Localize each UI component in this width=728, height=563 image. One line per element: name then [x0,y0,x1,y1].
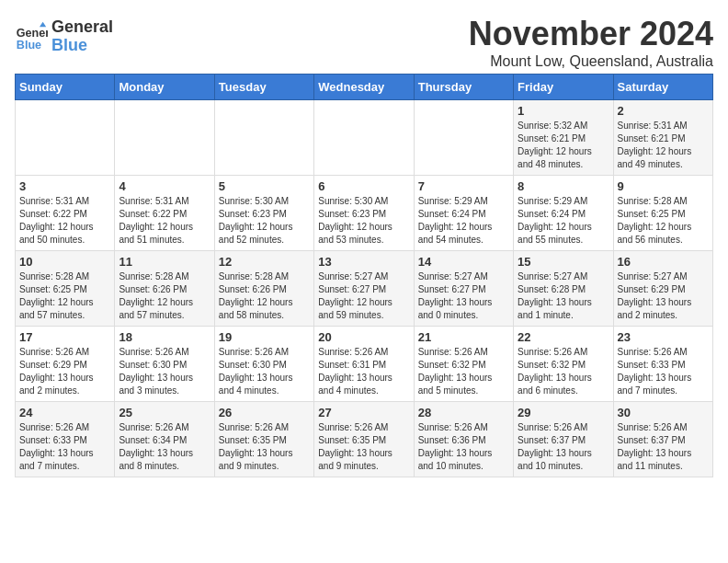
cell-content: Sunrise: 5:31 AMSunset: 6:21 PMDaylight:… [618,120,709,171]
calendar-cell: 28Sunrise: 5:26 AMSunset: 6:36 PMDayligh… [414,402,513,477]
cell-content: Sunrise: 5:26 AMSunset: 6:31 PMDaylight:… [318,346,409,397]
calendar-cell: 26Sunrise: 5:26 AMSunset: 6:35 PMDayligh… [214,402,313,477]
calendar-cell: 25Sunrise: 5:26 AMSunset: 6:34 PMDayligh… [115,402,214,477]
day-number: 6 [318,179,409,193]
calendar-cell: 18Sunrise: 5:26 AMSunset: 6:30 PMDayligh… [115,327,214,402]
day-header-saturday: Saturday [613,75,712,100]
cell-content: Sunrise: 5:26 AMSunset: 6:30 PMDaylight:… [119,346,210,397]
calendar-cell: 8Sunrise: 5:29 AMSunset: 6:24 PMDaylight… [514,176,613,251]
calendar-cell: 7Sunrise: 5:29 AMSunset: 6:24 PMDaylight… [414,176,513,251]
calendar-cell: 11Sunrise: 5:28 AMSunset: 6:26 PMDayligh… [115,251,214,327]
logo-general-text: General [51,18,113,37]
cell-content: Sunrise: 5:27 AMSunset: 6:29 PMDaylight:… [618,270,709,322]
cell-content: Sunrise: 5:26 AMSunset: 6:30 PMDaylight:… [219,346,310,397]
calendar-cell: 30Sunrise: 5:26 AMSunset: 6:37 PMDayligh… [613,402,712,477]
day-number: 3 [19,179,110,193]
calendar-cell [414,100,513,176]
cell-content: Sunrise: 5:28 AMSunset: 6:26 PMDaylight:… [219,270,310,322]
day-number: 27 [318,406,409,419]
svg-text:Blue: Blue [17,38,41,51]
calendar-cell [16,100,115,176]
cell-content: Sunrise: 5:26 AMSunset: 6:34 PMDaylight:… [119,421,210,473]
calendar-cell: 17Sunrise: 5:26 AMSunset: 6:29 PMDayligh… [16,327,115,402]
day-number: 29 [518,406,609,419]
calendar-week-row: 3Sunrise: 5:31 AMSunset: 6:22 PMDaylight… [16,176,713,251]
day-number: 30 [618,406,709,419]
calendar-cell: 23Sunrise: 5:26 AMSunset: 6:33 PMDayligh… [613,327,712,402]
cell-content: Sunrise: 5:30 AMSunset: 6:23 PMDaylight:… [219,195,310,247]
day-number: 1 [518,104,609,118]
day-number: 12 [219,255,310,269]
cell-content: Sunrise: 5:26 AMSunset: 6:33 PMDaylight:… [19,421,110,473]
month-title: November 2024 [469,15,713,53]
day-header-friday: Friday [514,75,613,100]
cell-content: Sunrise: 5:27 AMSunset: 6:27 PMDaylight:… [418,270,509,322]
calendar-cell: 19Sunrise: 5:26 AMSunset: 6:30 PMDayligh… [214,327,313,402]
day-number: 28 [418,406,509,419]
calendar-table: SundayMondayTuesdayWednesdayThursdayFrid… [15,74,713,477]
day-number: 15 [518,255,609,269]
calendar-cell: 29Sunrise: 5:26 AMSunset: 6:37 PMDayligh… [514,402,613,477]
calendar-cell: 5Sunrise: 5:30 AMSunset: 6:23 PMDaylight… [214,176,313,251]
calendar-cell: 10Sunrise: 5:28 AMSunset: 6:25 PMDayligh… [16,251,115,327]
logo-text: General Blue [51,18,113,55]
calendar-cell: 1Sunrise: 5:32 AMSunset: 6:21 PMDaylight… [514,100,613,176]
day-number: 17 [19,330,110,344]
calendar-cell: 22Sunrise: 5:26 AMSunset: 6:32 PMDayligh… [514,327,613,402]
day-number: 14 [418,255,509,269]
day-number: 13 [318,255,409,269]
day-number: 8 [518,179,609,193]
cell-content: Sunrise: 5:27 AMSunset: 6:28 PMDaylight:… [518,270,609,322]
cell-content: Sunrise: 5:31 AMSunset: 6:22 PMDaylight:… [119,195,210,247]
cell-content: Sunrise: 5:26 AMSunset: 6:33 PMDaylight:… [618,346,709,397]
logo-icon: General Blue [15,20,48,53]
title-area: November 2024 Mount Low, Queensland, Aus… [469,15,713,70]
cell-content: Sunrise: 5:27 AMSunset: 6:27 PMDaylight:… [318,270,409,322]
calendar-week-row: 1Sunrise: 5:32 AMSunset: 6:21 PMDaylight… [16,100,713,176]
cell-content: Sunrise: 5:30 AMSunset: 6:23 PMDaylight:… [318,195,409,247]
day-number: 20 [318,330,409,344]
cell-content: Sunrise: 5:26 AMSunset: 6:35 PMDaylight:… [219,421,310,473]
calendar-cell: 21Sunrise: 5:26 AMSunset: 6:32 PMDayligh… [414,327,513,402]
calendar-cell: 20Sunrise: 5:26 AMSunset: 6:31 PMDayligh… [314,327,414,402]
calendar-cell [214,100,313,176]
calendar-cell: 12Sunrise: 5:28 AMSunset: 6:26 PMDayligh… [214,251,313,327]
cell-content: Sunrise: 5:32 AMSunset: 6:21 PMDaylight:… [518,120,609,171]
logo-blue-text: Blue [51,37,113,55]
day-number: 26 [219,406,310,419]
day-header-tuesday: Tuesday [214,75,313,100]
cell-content: Sunrise: 5:26 AMSunset: 6:29 PMDaylight:… [19,346,110,397]
calendar-cell: 3Sunrise: 5:31 AMSunset: 6:22 PMDaylight… [16,176,115,251]
day-header-thursday: Thursday [414,75,513,100]
calendar-cell [314,100,414,176]
calendar-cell: 15Sunrise: 5:27 AMSunset: 6:28 PMDayligh… [514,251,613,327]
calendar-cell: 14Sunrise: 5:27 AMSunset: 6:27 PMDayligh… [414,251,513,327]
cell-content: Sunrise: 5:26 AMSunset: 6:32 PMDaylight:… [418,346,509,397]
calendar-week-row: 10Sunrise: 5:28 AMSunset: 6:25 PMDayligh… [16,251,713,327]
day-number: 4 [119,179,210,193]
cell-content: Sunrise: 5:28 AMSunset: 6:25 PMDaylight:… [19,270,110,322]
location-title: Mount Low, Queensland, Australia [469,53,713,70]
cell-content: Sunrise: 5:26 AMSunset: 6:35 PMDaylight:… [318,421,409,473]
day-number: 23 [618,330,709,344]
day-number: 5 [219,179,310,193]
day-header-sunday: Sunday [16,75,115,100]
calendar-week-row: 24Sunrise: 5:26 AMSunset: 6:33 PMDayligh… [16,402,713,477]
cell-content: Sunrise: 5:26 AMSunset: 6:37 PMDaylight:… [518,421,609,473]
cell-content: Sunrise: 5:28 AMSunset: 6:25 PMDaylight:… [618,195,709,247]
day-number: 25 [119,406,210,419]
cell-content: Sunrise: 5:31 AMSunset: 6:22 PMDaylight:… [19,195,110,247]
calendar-cell: 16Sunrise: 5:27 AMSunset: 6:29 PMDayligh… [613,251,712,327]
day-number: 7 [418,179,509,193]
day-number: 9 [618,179,709,193]
svg-marker-2 [40,22,46,27]
calendar-cell: 24Sunrise: 5:26 AMSunset: 6:33 PMDayligh… [16,402,115,477]
day-number: 11 [119,255,210,269]
day-number: 24 [19,406,110,419]
day-number: 18 [119,330,210,344]
calendar-cell: 6Sunrise: 5:30 AMSunset: 6:23 PMDaylight… [314,176,414,251]
day-number: 10 [19,255,110,269]
calendar-cell: 13Sunrise: 5:27 AMSunset: 6:27 PMDayligh… [314,251,414,327]
calendar-cell: 27Sunrise: 5:26 AMSunset: 6:35 PMDayligh… [314,402,414,477]
calendar-cell: 2Sunrise: 5:31 AMSunset: 6:21 PMDaylight… [613,100,712,176]
